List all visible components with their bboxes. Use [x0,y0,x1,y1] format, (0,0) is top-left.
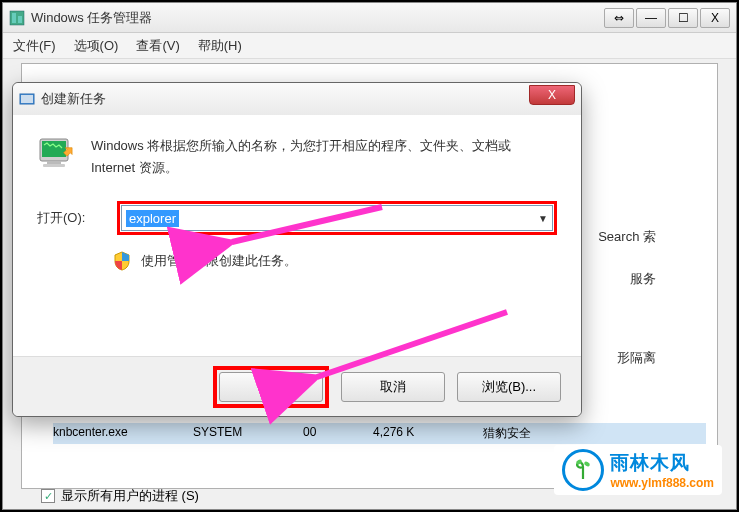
show-all-users-row: ✓ 显示所有用户的进程 (S) [41,487,199,505]
titlebar[interactable]: Windows 任务管理器 ⇔ — ☐ X [3,3,736,33]
shield-icon [113,251,131,271]
show-all-users-label: 显示所有用户的进程 (S) [61,487,199,505]
table-row[interactable]: knbcenter.exe SYSTEM 00 4,276 K 猎豹安全 [53,423,706,444]
dialog-close-button[interactable]: X [529,85,575,105]
ok-button[interactable]: 确定 [219,372,323,402]
watermark: 雨林木风 www.ylmf888.com [554,445,722,495]
process-list: knbcenter.exe SYSTEM 00 4,276 K 猎豹安全 [53,423,706,444]
cancel-button[interactable]: 取消 [341,372,445,402]
menu-file[interactable]: 文件(F) [13,37,56,55]
admin-text: 使用管理权限创建此任务。 [141,252,297,270]
dialog-body: Windows 将根据您所输入的名称，为您打开相应的程序、文件夹、文档或 Int… [13,115,581,355]
close-button[interactable]: X [700,8,730,28]
watermark-icon [562,449,604,491]
svg-rect-4 [21,95,33,103]
dialog-title: 创建新任务 [41,90,575,108]
bg-text-service: 服务 [630,270,656,288]
process-desc: 猎豹安全 [483,425,583,442]
restore-down-button[interactable]: ⇔ [604,8,634,28]
dialog-description: Windows 将根据您所输入的名称，为您打开相应的程序、文件夹、文档或 Int… [91,133,557,179]
dialog-footer: 确定 取消 浏览(B)... [13,356,581,416]
minimize-button[interactable]: — [636,8,666,28]
highlight-input: explorer ▼ [117,201,557,235]
process-cpu: 00 [303,425,333,442]
run-dialog: 创建新任务 X Windows 将根据您所输入的名称，为您打开相应的程序、文件夹… [12,82,582,417]
process-user: SYSTEM [193,425,263,442]
browse-button[interactable]: 浏览(B)... [457,372,561,402]
window-title: Windows 任务管理器 [31,9,604,27]
window-controls: ⇔ — ☐ X [604,8,730,28]
svg-rect-1 [12,13,16,23]
menu-view[interactable]: 查看(V) [136,37,179,55]
svg-point-12 [584,461,591,467]
menubar: 文件(F) 选项(O) 查看(V) 帮助(H) [3,33,736,59]
process-name: knbcenter.exe [53,425,153,442]
run-dialog-icon [37,133,77,173]
process-mem: 4,276 K [373,425,443,442]
open-combobox[interactable]: explorer ▼ [121,205,553,231]
highlight-ok: 确定 [213,366,329,408]
show-all-users-checkbox[interactable]: ✓ [41,489,55,503]
menu-options[interactable]: 选项(O) [74,37,119,55]
watermark-url: www.ylmf888.com [610,476,714,490]
chevron-down-icon[interactable]: ▼ [538,213,548,224]
dialog-titlebar[interactable]: 创建新任务 X [13,83,581,115]
bg-text-search: Search 索 [598,228,656,246]
svg-rect-7 [47,161,61,164]
open-label: 打开(O): [37,209,107,227]
watermark-name: 雨林木风 [610,450,714,476]
open-input-value: explorer [126,210,179,227]
app-icon [9,10,25,26]
maximize-button[interactable]: ☐ [668,8,698,28]
svg-rect-8 [43,164,65,167]
svg-rect-2 [18,16,22,23]
bg-text-isolation: 形隔离 [617,349,656,367]
run-icon [19,91,35,107]
menu-help[interactable]: 帮助(H) [198,37,242,55]
